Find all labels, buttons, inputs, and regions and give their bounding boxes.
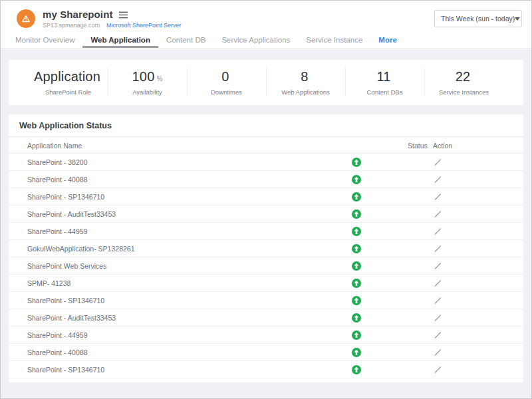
stat-label: SharePoint Role [29,88,108,96]
status-up-icon [352,365,361,374]
application-name: SharePoint - 44959 [27,331,87,339]
monitor-hostname: SP13.spmanage.com [43,22,100,29]
status-up-icon [352,158,361,167]
tab-service-applications[interactable]: Service Applications [213,33,298,48]
table-row: SharePoint - AuditTest33453 [9,309,523,327]
server-type-link[interactable]: Microsoft SharePoint Server [106,22,182,29]
tab-bar: Monitor Overview Web Application Content… [1,33,531,49]
monitor-severity-icon [17,9,35,28]
status-up-icon [352,244,361,253]
edit-pencil-icon[interactable] [434,296,442,305]
warning-triangle-icon [20,13,32,25]
status-up-icon [352,175,361,184]
column-header-application-name: Application Name [27,142,82,150]
status-up-icon [352,209,361,219]
edit-pencil-icon[interactable] [434,348,442,356]
stat-unit: % [157,75,163,82]
tab-content-db[interactable]: Content DB [158,33,213,48]
table-body: SharePoint - 38200 SharePoint - 40088 [9,154,523,378]
application-name: SharePoint - SP1346710 [27,366,104,374]
table-row: SharePoint - SP1346710 [9,292,523,309]
chevron-down-icon [515,17,520,21]
table-row: SharePoint - 44959 [9,327,523,344]
tab-web-application[interactable]: Web Application [82,33,158,48]
table-row: SharePoint - 38200 [9,154,523,171]
application-name: SharePoint - 44959 [27,227,87,235]
web-application-status-card: Web Application Status Application Name … [9,114,523,382]
stat-value: Application [34,69,100,84]
table-header-row: Application Name Status Action [9,137,523,154]
tab-more[interactable]: More [370,33,404,48]
table-row: SharePoint - 40088 [9,344,523,361]
stat-label: Service Instances [424,88,503,96]
stat-label: Web Applications [266,88,345,96]
table-row: SPMP- 41238 [9,275,523,292]
status-up-icon [352,348,361,357]
edit-pencil-icon[interactable] [434,365,442,374]
application-name: SharePoint Web Services [27,262,106,270]
table-row: SharePoint - SP1346710 [9,361,523,378]
edit-pencil-icon[interactable] [434,244,442,253]
application-name: SharePoint - AuditTest33453 [27,314,116,322]
status-up-icon [352,296,361,305]
table-row: SharePoint - 44959 [9,223,523,240]
column-header-action: Action [433,142,452,150]
status-up-icon [352,261,361,271]
stat-cell: 8 Web Applications [266,60,345,105]
application-name: SharePoint - 38200 [27,158,87,166]
table-row: SharePoint - AuditTest33453 [9,205,523,223]
table-row: SharePoint - SP1346710 [9,188,523,205]
stat-cell: 0 Downtimes [187,60,266,105]
stat-cell: 22 Service Instances [424,60,503,105]
stat-label: Downtimes [187,88,266,96]
status-up-icon [352,331,361,340]
status-up-icon [352,279,361,288]
tab-service-instance[interactable]: Service Instance [298,33,370,48]
edit-pencil-icon[interactable] [434,175,442,184]
status-up-icon [352,313,361,323]
edit-pencil-icon[interactable] [434,331,442,339]
table-row: SharePoint - 40088 [9,171,523,188]
edit-pencil-icon[interactable] [434,227,442,235]
edit-pencil-icon[interactable] [434,313,442,322]
stat-cell: 11 Content DBs [345,60,424,105]
application-name: SharePoint - 40088 [27,348,87,356]
column-header-status: Status [408,142,428,150]
menu-icon[interactable] [119,11,128,19]
application-name: SharePoint - SP1346710 [27,297,104,305]
stat-value: 22 [456,69,471,84]
stat-label: Availability [108,88,187,96]
page-title: my Sharepoint [43,9,113,20]
edit-pencil-icon[interactable] [434,261,442,270]
edit-pencil-icon[interactable] [434,279,442,287]
stat-label: Content DBs [345,88,424,96]
summary-stats-card: Application SharePoint Role 100 % Availa… [9,60,523,105]
time-range-select[interactable]: This Week (sun - today) [434,10,522,27]
content-area: Application SharePoint Role 100 % Availa… [1,49,531,398]
header: my Sharepoint SP13.spmanage.com Microsof… [1,1,531,33]
app-window: my Sharepoint SP13.spmanage.com Microsof… [0,0,532,399]
status-up-icon [352,192,361,201]
edit-pencil-icon[interactable] [434,192,442,201]
stat-cell: 100 % Availability [108,60,187,105]
stat-value: 100 [132,69,155,84]
table-row: GokulWebApplication- SP1328261 [9,240,523,257]
table-row: SharePoint Web Services [9,257,523,275]
tab-monitor-overview[interactable]: Monitor Overview [7,33,82,48]
stat-value: 0 [221,69,229,84]
card-title: Web Application Status [9,114,523,137]
application-name: SharePoint - SP1346710 [27,193,104,201]
application-name: SharePoint - AuditTest33453 [27,210,116,218]
application-name: SharePoint - 40088 [27,176,87,184]
application-name: GokulWebApplication- SP1328261 [27,245,135,253]
application-name: SPMP- 41238 [27,279,70,287]
edit-pencil-icon[interactable] [434,158,442,166]
time-range-value: This Week (sun - today) [441,15,515,23]
stat-value: 8 [301,69,308,84]
edit-pencil-icon[interactable] [434,209,442,218]
status-up-icon [352,227,361,236]
stat-cell: Application SharePoint Role [29,60,108,105]
stat-value: 11 [376,69,390,84]
